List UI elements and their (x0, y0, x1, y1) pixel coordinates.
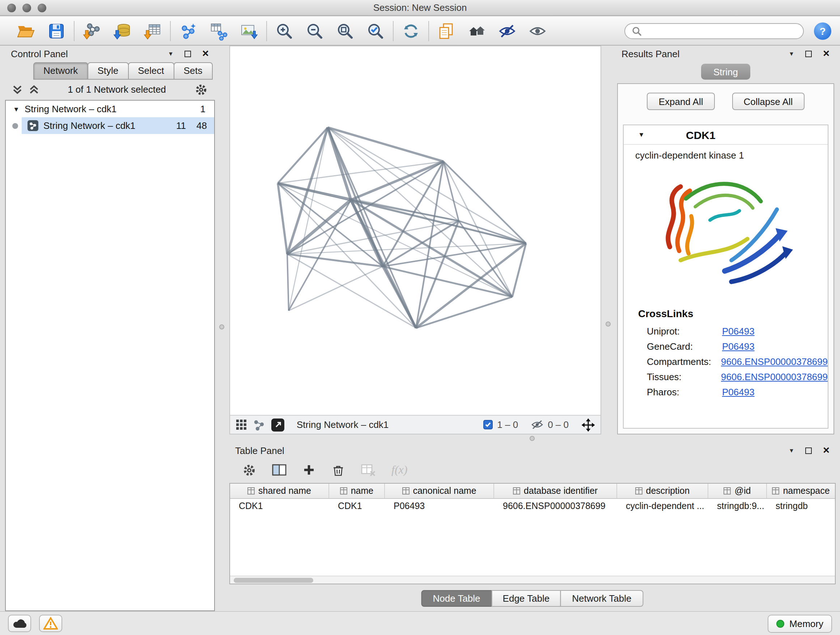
table-row[interactable]: CDK1 CDK1 P06493 9606.ENSP00000378699 cy… (230, 499, 835, 513)
zoom-out-icon[interactable] (305, 21, 325, 41)
column-header[interactable]: database identifier (494, 484, 617, 498)
panel-close-icon[interactable]: ✕ (823, 445, 830, 455)
crosslink-link[interactable]: P06493 (722, 386, 755, 397)
crosslink-label: Pharos: (647, 386, 722, 397)
tab-network[interactable]: Network (33, 62, 88, 80)
selected-checkbox-icon[interactable] (483, 420, 493, 429)
results-panel: Results Panel ▼ ✕ String Expand All Coll… (616, 46, 836, 434)
save-session-icon[interactable] (46, 21, 66, 41)
open-in-window-icon[interactable] (271, 418, 284, 431)
cloud-button[interactable] (8, 615, 31, 632)
panel-menu-icon[interactable]: ▼ (789, 50, 794, 57)
refresh-view-icon[interactable] (401, 21, 421, 41)
search-field[interactable] (646, 25, 797, 36)
close-window-icon[interactable] (7, 4, 16, 12)
crosslink-row: Compartments: 9606.ENSP00000378699 (624, 354, 828, 369)
table-cell: stringdb:9... (708, 499, 767, 513)
grid-view-icon[interactable] (236, 419, 247, 430)
column-header[interactable]: name (329, 484, 385, 498)
column-visibility-icon[interactable] (272, 463, 286, 477)
protein-structure-image (644, 166, 807, 301)
crosslink-label: Tissues: (647, 371, 721, 382)
zoom-selected-icon[interactable] (365, 21, 386, 41)
expand-all-button[interactable]: Expand All (647, 93, 715, 110)
help-icon[interactable]: ? (814, 22, 831, 40)
expand-all-icon[interactable] (29, 84, 39, 95)
export-image-icon[interactable] (239, 21, 259, 41)
tab-sets[interactable]: Sets (173, 62, 212, 80)
network-graph[interactable] (230, 46, 600, 415)
tab-network-table[interactable]: Network Table (561, 590, 643, 607)
tab-node-table[interactable]: Node Table (421, 590, 492, 607)
warnings-button[interactable] (39, 615, 62, 632)
share-network-icon[interactable] (253, 419, 265, 431)
tree-expander-icon[interactable]: ▼ (13, 105, 25, 112)
memory-status-dot (776, 619, 784, 627)
panel-float-icon[interactable] (805, 447, 812, 454)
splitter-handle[interactable] (606, 321, 611, 326)
crosslink-link[interactable]: P06493 (722, 326, 755, 337)
tab-style[interactable]: Style (87, 62, 128, 80)
protein-entry-header[interactable]: ▼ CDK1 (624, 125, 828, 145)
column-header[interactable]: shared name (230, 484, 329, 498)
pan-crosshair-icon[interactable] (582, 418, 595, 431)
tab-select[interactable]: Select (128, 62, 174, 80)
search-input[interactable] (624, 23, 804, 39)
column-header[interactable]: namespace (767, 484, 835, 498)
table-cell: cyclin-dependent ... (617, 499, 708, 513)
network-edges (278, 127, 526, 328)
copy-icon[interactable] (436, 21, 456, 41)
panel-float-icon[interactable] (185, 50, 191, 57)
panel-float-icon[interactable] (805, 50, 812, 57)
new-network-icon[interactable] (178, 21, 198, 41)
network-row-selected[interactable]: String Network – cdk1 11 48 (22, 117, 214, 134)
panel-menu-icon[interactable]: ▼ (789, 447, 794, 454)
add-row-icon[interactable] (302, 463, 316, 477)
entry-collapse-icon[interactable]: ▼ (638, 131, 645, 138)
zoom-in-icon[interactable] (274, 21, 294, 41)
open-session-icon[interactable] (16, 21, 36, 41)
collapse-all-icon[interactable] (12, 84, 22, 95)
settings-gear-icon[interactable] (242, 463, 256, 477)
table-tabs: Node Table Edge Table Network Table (422, 590, 643, 607)
window-title: Session: New Session (0, 0, 840, 15)
network-collection-row[interactable]: ▼ String Network – cdk1 1 (6, 101, 214, 117)
crosslink-link[interactable]: 9606.ENSP00000378699 (721, 356, 828, 367)
panel-close-icon[interactable]: ✕ (202, 49, 209, 59)
panel-menu-icon[interactable]: ▼ (168, 50, 174, 57)
scrollbar-thumb[interactable] (234, 578, 313, 583)
splitter-handle[interactable] (219, 325, 224, 329)
table-header-row: shared name name canonical name database… (230, 484, 835, 499)
show-all-eye-icon[interactable] (527, 21, 548, 41)
delete-row-icon[interactable] (332, 463, 345, 477)
network-node-count: 11 (170, 120, 186, 131)
splitter-handle[interactable] (530, 436, 535, 441)
maximize-window-icon[interactable] (38, 4, 46, 12)
column-header[interactable]: description (617, 484, 708, 498)
crosslink-link[interactable]: 9606.ENSP00000378699 (721, 371, 828, 382)
string-results-box: Expand All Collapse All ▼ CDK1 cyclin-de… (617, 83, 834, 434)
import-network-file-icon[interactable] (82, 21, 102, 41)
column-header[interactable]: @id (708, 484, 767, 498)
horizontal-scrollbar[interactable] (230, 576, 835, 584)
crosslink-link[interactable]: P06493 (722, 341, 755, 352)
hide-selected-eye-icon[interactable] (497, 21, 517, 41)
collapse-all-button[interactable]: Collapse All (732, 93, 805, 110)
import-table-icon[interactable] (142, 21, 163, 41)
column-header[interactable]: canonical name (385, 484, 494, 498)
panel-close-icon[interactable]: ✕ (823, 49, 830, 59)
zoom-fit-icon[interactable] (335, 21, 355, 41)
memory-button[interactable]: Memory (767, 614, 832, 632)
network-options-gear-icon[interactable] (195, 83, 208, 96)
network-row[interactable]: String Network – cdk1 11 48 (6, 117, 214, 134)
control-panel-title: Control Panel (11, 48, 68, 59)
crosslink-label: GeneCard: (647, 341, 722, 352)
tab-edge-table[interactable]: Edge Table (491, 590, 561, 607)
minimize-window-icon[interactable] (22, 4, 31, 12)
network-selection-bar: 1 of 1 Network selected (5, 80, 215, 98)
import-network-database-icon[interactable] (112, 21, 133, 41)
control-panel-tabs: Network Style Select Sets (34, 62, 213, 80)
tab-string[interactable]: String (701, 64, 750, 80)
network-from-table-icon[interactable] (208, 21, 229, 41)
first-neighbors-icon[interactable] (467, 21, 487, 41)
